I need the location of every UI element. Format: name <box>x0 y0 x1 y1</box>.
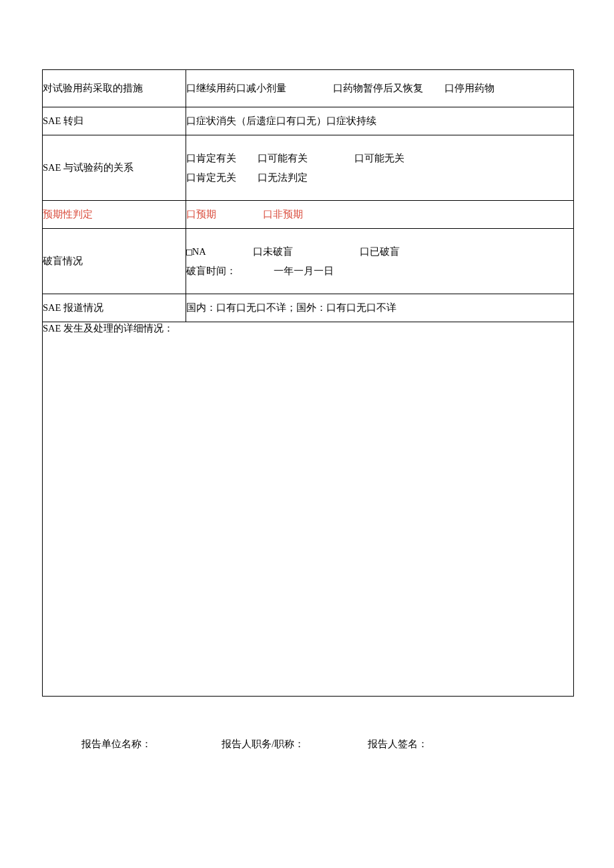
label-outcome: SAE 转归 <box>43 107 186 135</box>
opt-definite-yes[interactable]: 口肯定有关 <box>186 149 236 168</box>
signature-line: 报告单位名称： 报告人职务/职称： 报告人签名： <box>42 738 574 751</box>
cell-report-status: 国内：口有口无口不详；国外：口有口无口不详 <box>186 294 574 322</box>
sig-unit-label: 报告单位名称： <box>81 738 151 751</box>
cell-expectation: 口预期口非预期 <box>186 201 574 229</box>
cell-detail[interactable]: SAE 发生及处理的详细情况： <box>43 322 574 697</box>
opt-stop[interactable]: 口停用药物 <box>444 82 495 95</box>
cell-unblind: □NA口未破盲口已破盲 破盲时间：一年一月一日 <box>186 229 574 294</box>
checkbox-icon: □ <box>186 246 192 257</box>
opt-definite-no[interactable]: 口肯定无关 <box>186 168 236 187</box>
opt-possible-no[interactable]: 口可能无关 <box>354 149 404 168</box>
label-relation: SAE 与试验药的关系 <box>43 135 186 201</box>
opt-outcome-text[interactable]: 口症状消失（后遗症口有口无）口症状持续 <box>186 115 376 126</box>
opt-unexpected[interactable]: 口非预期 <box>263 208 303 221</box>
sig-title-label: 报告人职务/职称： <box>222 738 304 751</box>
opt-not-unblinded[interactable]: 口未破盲 <box>253 242 293 262</box>
detail-heading: SAE 发生及处理的详细情况： <box>43 323 174 334</box>
opt-possible-yes[interactable]: 口可能有关 <box>258 149 308 168</box>
label-report-status: SAE 报道情况 <box>43 294 186 322</box>
opt-na[interactable]: □NA <box>186 242 206 262</box>
opt-expected[interactable]: 口预期 <box>186 208 216 221</box>
cell-measures: 口继续用药口减小剂量口药物暂停后又恢复口停用药物 <box>186 70 574 107</box>
unblind-time-label: 破盲时间： <box>186 266 236 276</box>
opt-pause-resume[interactable]: 口药物暂停后又恢复 <box>333 82 423 95</box>
cell-relation: 口肯定有关口可能有关口可能无关 口肯定无关口无法判定 <box>186 135 574 201</box>
opt-reduce[interactable]: 口减小剂量 <box>236 82 286 95</box>
opt-report-text[interactable]: 国内：口有口无口不详；国外：口有口无口不详 <box>186 302 396 313</box>
label-measures: 对试验用药采取的措施 <box>43 70 186 107</box>
opt-unblinded[interactable]: 口已破盲 <box>360 242 400 262</box>
opt-continue[interactable]: 口继续用药 <box>186 82 236 95</box>
sig-sign-label: 报告人签名： <box>368 738 428 751</box>
cell-outcome: 口症状消失（后遗症口有口无）口症状持续 <box>186 107 574 135</box>
label-unblind: 破盲情况 <box>43 229 186 294</box>
opt-undetermined[interactable]: 口无法判定 <box>258 168 308 187</box>
unblind-time-value[interactable]: 一年一月一日 <box>274 266 334 276</box>
sae-form-table: 对试验用药采取的措施 口继续用药口减小剂量口药物暂停后又恢复口停用药物 SAE … <box>42 69 574 697</box>
label-expectation: 预期性判定 <box>43 201 186 229</box>
